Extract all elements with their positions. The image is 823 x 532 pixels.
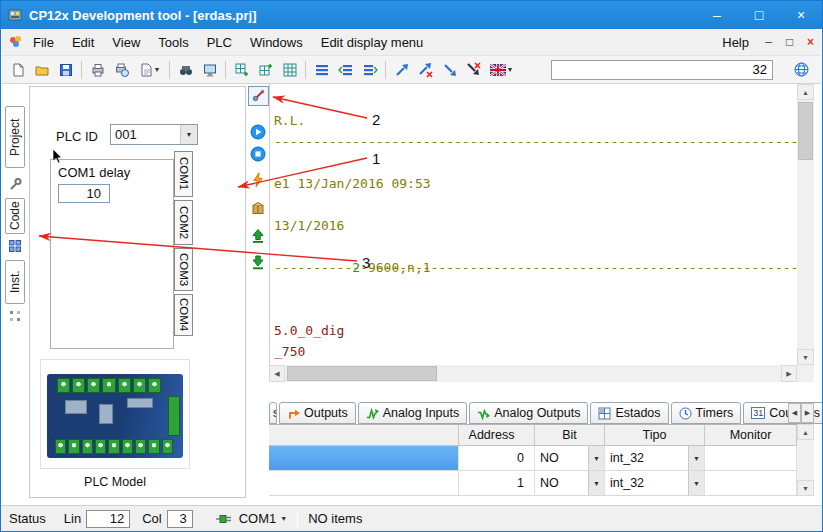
toolbar-number-input[interactable] xyxy=(551,60,773,80)
print-preview-button[interactable] xyxy=(110,58,133,81)
timer-clock-icon xyxy=(679,407,692,420)
goto-up-button[interactable] xyxy=(390,58,413,81)
scroll-up-button[interactable]: ▲ xyxy=(797,424,814,440)
plc-id-combobox[interactable]: 001 ▼ xyxy=(110,124,198,145)
tab-com1[interactable]: COM1 xyxy=(174,151,193,197)
language-flag-button[interactable]: ▼ xyxy=(486,58,517,81)
save-button[interactable] xyxy=(54,58,77,81)
globe-icon xyxy=(793,61,810,78)
scroll-right-button[interactable]: ▶ xyxy=(781,365,797,382)
run-button[interactable] xyxy=(248,122,268,142)
tipo-combobox[interactable]: int_32 ▼ xyxy=(605,471,704,495)
tab-com3[interactable]: COM3 xyxy=(174,248,193,291)
scroll-left-button[interactable]: ◀ xyxy=(269,365,285,382)
download-button[interactable] xyxy=(248,252,268,272)
mdi-minimize-button[interactable]: – xyxy=(758,33,779,52)
online-button[interactable] xyxy=(248,170,268,190)
minimize-button[interactable]: – xyxy=(696,1,738,29)
package-button[interactable] xyxy=(248,198,268,218)
sidebar-tab-inst[interactable]: Inst. xyxy=(5,260,25,304)
monitor-cell[interactable] xyxy=(705,471,797,495)
tab-com2[interactable]: COM2 xyxy=(174,200,193,245)
page-setup-button[interactable]: ▼ xyxy=(134,58,165,81)
goto-down-cancel-button[interactable] xyxy=(462,58,485,81)
indent-left-button[interactable] xyxy=(334,58,357,81)
tab-estados[interactable]: Estados xyxy=(590,402,668,424)
column-number-field: 3 xyxy=(167,510,193,528)
grid-view-button[interactable] xyxy=(7,238,23,254)
menu-plc[interactable]: PLC xyxy=(198,31,241,54)
menu-windows[interactable]: Windows xyxy=(241,31,312,54)
tab-scroll-right-button[interactable]: ▶ xyxy=(801,403,814,423)
menu-edit-display[interactable]: Edit display menu xyxy=(312,31,433,54)
scroll-down-button[interactable]: ▼ xyxy=(797,349,814,365)
network-grid-button[interactable] xyxy=(278,58,301,81)
tipo-cell[interactable]: int_32 ▼ xyxy=(605,446,705,470)
tab-analog-inputs[interactable]: Analog Inputs xyxy=(358,402,467,424)
editor-horizontal-scrollbar[interactable]: ◀ ▶ xyxy=(269,365,797,382)
address-cell[interactable]: 1 xyxy=(459,471,535,495)
name-cell[interactable] xyxy=(269,471,459,495)
toolbar-separator xyxy=(385,61,386,79)
tab-inputs-clipped[interactable]: s xyxy=(269,402,277,424)
network-insert-button[interactable] xyxy=(254,58,277,81)
stop-button[interactable] xyxy=(248,144,268,164)
tab-com4[interactable]: COM4 xyxy=(174,294,193,336)
tipo-cell[interactable]: int_32 ▼ xyxy=(605,471,705,495)
binary-view-button[interactable] xyxy=(7,308,23,324)
tab-scroll-buttons: ◀ ▶ xyxy=(788,403,814,423)
tab-timers[interactable]: Timers xyxy=(671,402,742,424)
bit-combobox[interactable]: NO ▼ xyxy=(535,446,604,470)
bit-cell[interactable]: NO ▼ xyxy=(535,446,605,470)
indent-right-button[interactable] xyxy=(358,58,381,81)
pin-panel-button[interactable] xyxy=(248,86,269,106)
bit-combobox[interactable]: NO ▼ xyxy=(535,471,604,495)
print-button[interactable] xyxy=(86,58,109,81)
binoculars-icon xyxy=(178,62,194,78)
tab-analog-outputs[interactable]: Analog Outputs xyxy=(469,402,588,424)
toolbar-separator xyxy=(81,61,82,79)
preview-monitor-button[interactable] xyxy=(198,58,221,81)
menu-help[interactable]: Help xyxy=(713,31,758,54)
scroll-up-button[interactable]: ▲ xyxy=(797,84,814,100)
scrollbar-thumb[interactable] xyxy=(287,366,437,381)
goto-up-cancel-button[interactable] xyxy=(414,58,437,81)
upload-button[interactable] xyxy=(248,226,268,246)
close-button[interactable]: × xyxy=(780,1,822,29)
tab-scroll-left-button[interactable]: ◀ xyxy=(788,403,801,423)
new-button[interactable] xyxy=(6,58,29,81)
com1-delay-input[interactable]: 10 xyxy=(58,184,110,203)
maximize-button[interactable]: □ xyxy=(738,1,780,29)
goto-down-button[interactable] xyxy=(438,58,461,81)
scrollbar-thumb[interactable] xyxy=(798,102,813,160)
monitor-cell[interactable] xyxy=(705,446,797,470)
wrench-tool-button[interactable] xyxy=(7,176,23,192)
list-view-button[interactable] xyxy=(310,58,333,81)
find-button[interactable] xyxy=(174,58,197,81)
table-row[interactable]: 1 NO ▼ int_32 ▼ xyxy=(269,471,797,496)
menu-tools[interactable]: Tools xyxy=(149,31,197,54)
open-button[interactable] xyxy=(30,58,53,81)
table-row[interactable]: 0 NO ▼ int_32 ▼ xyxy=(269,446,797,471)
com-port-selector[interactable]: COM1 xyxy=(239,511,277,526)
menu-view[interactable]: View xyxy=(103,31,149,54)
menu-edit[interactable]: Edit xyxy=(63,31,103,54)
mdi-restore-button[interactable]: □ xyxy=(779,33,800,52)
sidebar-tab-code[interactable]: Code xyxy=(5,198,25,234)
tipo-combobox[interactable]: int_32 ▼ xyxy=(605,446,704,470)
name-cell-selected[interactable] xyxy=(269,446,459,470)
tab-outputs[interactable]: Outputs xyxy=(279,402,356,424)
code-editor[interactable]: R.L. -----------------------------------… xyxy=(269,84,797,365)
scroll-down-button[interactable]: ▼ xyxy=(797,480,814,496)
table-vertical-scrollbar[interactable]: ▲ ▼ xyxy=(797,424,814,496)
bit-cell[interactable]: NO ▼ xyxy=(535,471,605,495)
plc-board xyxy=(47,374,183,458)
mdi-close-button[interactable]: × xyxy=(800,33,821,52)
editor-vertical-scrollbar[interactable]: ▲ ▼ xyxy=(797,84,814,365)
network-add-button[interactable] xyxy=(230,58,253,81)
address-cell[interactable]: 0 xyxy=(459,446,535,470)
chevron-down-icon[interactable]: ▼ xyxy=(280,515,287,522)
web-button[interactable] xyxy=(790,58,813,81)
menu-file[interactable]: File xyxy=(24,31,63,54)
sidebar-tab-project[interactable]: Project xyxy=(5,106,25,168)
